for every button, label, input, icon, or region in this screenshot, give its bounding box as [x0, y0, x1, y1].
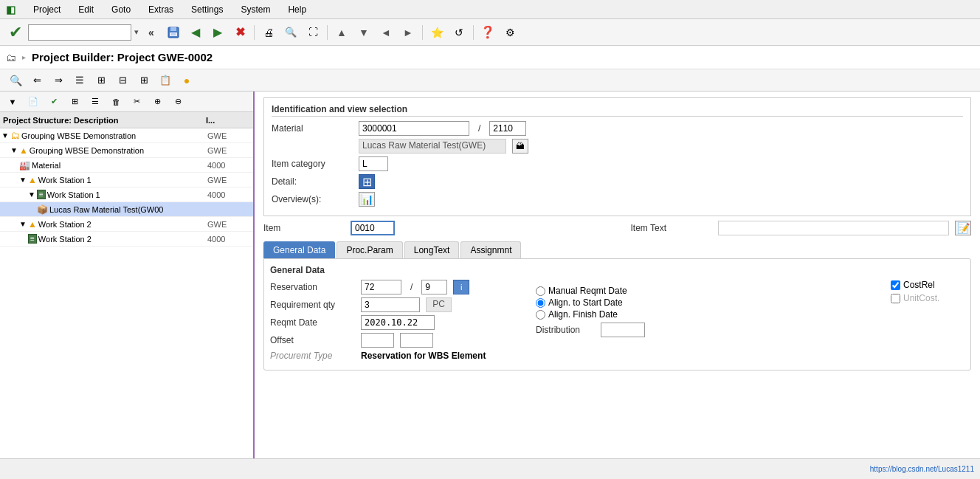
tree-item-7[interactable]: ≡ Work Station 2 4000 — [0, 232, 253, 247]
ok-button[interactable]: ✔ — [6, 23, 25, 42]
overview-icon-btn[interactable]: 📊 — [359, 192, 375, 207]
tree-delete[interactable]: 🗑 — [106, 92, 125, 111]
tree-collapse-all[interactable]: ▼ — [3, 92, 22, 111]
plant-input[interactable] — [489, 121, 526, 136]
down-button[interactable]: ▼ — [354, 23, 373, 42]
radio-align-finish[interactable] — [536, 310, 545, 320]
up-button[interactable]: ▲ — [332, 23, 351, 42]
tree-item-2[interactable]: 🏭 Material 4000 — [0, 158, 253, 173]
menu-system[interactable]: System — [238, 3, 273, 16]
back-double-button[interactable]: « — [142, 23, 161, 42]
reqmt-date-input[interactable] — [361, 315, 435, 330]
reservation-info-btn[interactable]: i — [453, 280, 469, 294]
dropdown-arrow[interactable]: ▾ — [134, 27, 139, 37]
tree-col-id: I... — [206, 116, 250, 125]
identification-section: Identification and view selection Materi… — [263, 97, 971, 216]
nav-button[interactable]: ⛶ — [303, 23, 322, 42]
menu-bar: ◧ Project Edit Goto Extras Settings Syst… — [0, 0, 980, 19]
radio-align-start[interactable] — [536, 298, 545, 308]
unitcost-checkbox[interactable] — [891, 294, 900, 303]
tree-value-0: GWE — [207, 131, 252, 140]
radio-align-start-label[interactable]: Align. to Start Date — [548, 297, 623, 308]
item-text-btn[interactable]: 📝 — [955, 221, 971, 235]
tree-cut[interactable]: ✂ — [127, 92, 146, 111]
item-text-input[interactable] — [718, 221, 950, 235]
tree-check[interactable]: ✔ — [44, 92, 63, 111]
tree-expand[interactable]: ⊕ — [148, 92, 167, 111]
reservation-input2[interactable] — [421, 280, 447, 294]
green-nav-back[interactable]: ◀ — [186, 23, 205, 42]
help-button[interactable]: ❓ — [478, 23, 497, 42]
req-qty-input[interactable] — [361, 297, 420, 312]
radio-align-finish-label[interactable]: Align. Finish Date — [548, 309, 618, 320]
costrel-label[interactable]: CostRel — [903, 280, 935, 290]
tab-long-text[interactable]: LongText — [404, 241, 460, 258]
material-search-btn[interactable]: 🏔 — [512, 139, 528, 154]
find-button[interactable]: 🔍 — [281, 23, 300, 42]
tree-item-3[interactable]: ▼ ▲ Work Station 1 GWE — [0, 173, 253, 187]
radio-manual[interactable] — [536, 286, 545, 296]
menu-edit[interactable]: Edit — [75, 3, 97, 16]
proj-arrow-left[interactable]: ⇐ — [27, 71, 46, 90]
refresh-button[interactable]: ↺ — [449, 23, 469, 42]
distribution-input[interactable] — [601, 323, 645, 337]
settings-button[interactable]: ⚙ — [500, 23, 520, 42]
proj-clipboard-btn[interactable]: 📋 — [156, 71, 175, 90]
green-nav-fwd[interactable]: ▶ — [208, 23, 227, 42]
proj-info-btn[interactable]: ● — [177, 71, 196, 90]
command-input[interactable] — [28, 24, 131, 41]
item-input[interactable] — [351, 221, 395, 235]
tree-list2[interactable]: ☰ — [86, 92, 105, 111]
detail-icon-btn[interactable]: ⊞ — [359, 174, 375, 189]
proj-tree-btn[interactable]: ⊞ — [134, 71, 153, 90]
print-button[interactable]: 🖨 — [259, 23, 278, 42]
menu-help[interactable]: Help — [285, 3, 309, 16]
separator-2 — [327, 25, 328, 40]
menu-goto[interactable]: Goto — [108, 3, 134, 16]
tree-new[interactable]: 📄 — [24, 92, 43, 111]
offset-input1[interactable] — [361, 333, 394, 348]
tree-item-6[interactable]: ▼ ▲ Work Station 2 GWE — [0, 217, 253, 232]
tab-general-data[interactable]: General Data — [263, 241, 335, 258]
tree-item-4[interactable]: ▼ ≡ Work Station 1 4000 — [0, 187, 253, 202]
right-button[interactable]: ► — [398, 23, 418, 42]
tab-assignmnt[interactable]: Assignmnt — [460, 241, 521, 258]
tree-label-1: Grouping WBSE Demonstration — [30, 146, 144, 155]
menu-settings[interactable]: Settings — [188, 3, 226, 16]
tab-proc-param[interactable]: Proc.Param — [337, 241, 402, 258]
menu-extras[interactable]: Extras — [145, 3, 176, 16]
reservation-input1[interactable] — [361, 280, 401, 294]
reservation-row: Reservation / i — [270, 280, 521, 294]
project-search-btn[interactable]: 🔍 — [6, 71, 25, 90]
material-input[interactable] — [359, 121, 469, 136]
material-icon-2: 🏭 — [19, 160, 30, 170]
offset-input2[interactable] — [400, 333, 433, 348]
dist-field-row: Distribution — [536, 323, 876, 337]
radio-manual-label[interactable]: Manual Reqmt Date — [548, 286, 627, 296]
tree-collapse[interactable]: ⊖ — [168, 92, 187, 111]
tree-value-2: 4000 — [207, 161, 252, 170]
item-category-input[interactable] — [359, 156, 388, 171]
costrel-checkbox[interactable] — [891, 280, 900, 290]
tree-item-5[interactable]: 📦 Lucas Raw Material Test(GW0010 — [0, 202, 253, 217]
tree-label-3: Work Station 1 — [38, 176, 92, 185]
green-box-icon-4: ≡ — [37, 190, 46, 199]
proj-structure-btn[interactable]: ⊟ — [113, 71, 132, 90]
unitcost-label[interactable]: UnitCost. — [903, 293, 939, 303]
tree-grid[interactable]: ⊞ — [65, 92, 84, 111]
red-x-button[interactable]: ✖ — [230, 23, 249, 42]
tree-label-7: Work Station 2 — [38, 235, 92, 244]
tree-panel: ▼ 📄 ✔ ⊞ ☰ 🗑 ✂ ⊕ ⊖ Project Structure: Des… — [0, 92, 255, 458]
tree-item-1[interactable]: ▼ ▲ Grouping WBSE Demonstration GWE — [0, 143, 253, 158]
save-button[interactable] — [164, 23, 183, 42]
left-button[interactable]: ◄ — [376, 23, 396, 42]
tree-item-0[interactable]: ▼ 🗂 Grouping WBSE Demonstration GWE — [0, 128, 253, 143]
proj-list-btn[interactable]: ☰ — [70, 71, 89, 90]
material-row: Material / — [272, 121, 963, 136]
proj-hierarchy-btn[interactable]: ⊞ — [92, 71, 111, 90]
proj-arrow-right[interactable]: ⇒ — [49, 71, 68, 90]
svg-rect-3 — [171, 33, 176, 35]
menu-project[interactable]: Project — [30, 3, 63, 16]
star-button[interactable]: ⭐ — [427, 23, 446, 42]
tree-value-3: GWE — [207, 176, 252, 185]
